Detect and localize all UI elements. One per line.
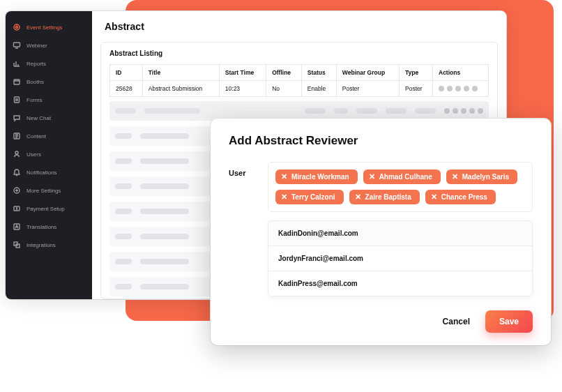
form-icon <box>13 96 21 104</box>
col-offline: Offline <box>266 65 302 81</box>
sidebar-item-content[interactable]: Content <box>6 127 92 145</box>
content-icon <box>13 132 21 140</box>
action-dot-icon[interactable] <box>464 86 469 91</box>
svg-rect-3 <box>14 80 20 84</box>
chip-label: Ahmad Culhane <box>379 173 432 181</box>
svg-rect-4 <box>15 97 20 103</box>
user-chip[interactable]: ✕Chance Press <box>425 190 496 204</box>
chip-label: Zaire Baptista <box>365 193 411 201</box>
svg-point-6 <box>15 151 18 154</box>
action-dot-icon[interactable] <box>472 86 478 91</box>
add-reviewer-modal: Add Abstract Reviewer User ✕Miracle Work… <box>211 119 551 345</box>
close-icon[interactable]: ✕ <box>431 193 437 201</box>
col-status: Status <box>301 65 336 81</box>
chip-label: Terry Calzoni <box>291 193 335 201</box>
cell-status: Enable <box>301 81 336 97</box>
sidebar-item-label: Forms <box>26 97 43 103</box>
listing-title: Abstract Listing <box>109 50 489 57</box>
sidebar-item-label: New Chat <box>26 115 51 121</box>
sidebar-item-payment-setup[interactable]: Payment Setup <box>6 199 92 218</box>
suggestion-item[interactable]: JordynFranci@email.com <box>268 246 532 271</box>
chat-icon <box>13 114 21 122</box>
sidebar-item-label: Users <box>26 151 41 158</box>
svg-point-0 <box>14 24 20 30</box>
sidebar-item-label: Translations <box>26 224 56 230</box>
chart-icon <box>13 59 21 68</box>
translate-icon <box>13 223 21 231</box>
chip-label: Miracle Workman <box>291 173 349 181</box>
sidebar-item-label: More Settings <box>26 188 61 194</box>
cell-title: Abstract Submission <box>142 81 219 97</box>
close-icon[interactable]: ✕ <box>355 193 361 201</box>
user-chip[interactable]: ✕Madelyn Saris <box>446 169 517 184</box>
cell-id: 25628 <box>110 81 143 97</box>
svg-point-1 <box>16 27 18 29</box>
sidebar-item-translations[interactable]: Translations <box>6 218 92 236</box>
chip-label: Chance Press <box>441 193 487 201</box>
users-icon <box>13 150 21 158</box>
more-icon <box>13 186 21 195</box>
save-button[interactable]: Save <box>485 310 533 333</box>
gear-icon <box>13 23 21 31</box>
user-field: User ✕Miracle Workman ✕Ahmad Culhane ✕Ma… <box>229 162 533 212</box>
col-actions: Actions <box>433 65 489 81</box>
sidebar: Event Settings Webiner Reports Booths Fo… <box>6 11 92 299</box>
sidebar-item-label: Integrations <box>26 242 56 248</box>
table-row[interactable]: 25628 Abstract Submission 10:23 No Enabl… <box>110 81 489 97</box>
modal-title: Add Abstract Reviewer <box>229 134 533 148</box>
sidebar-item-reports[interactable]: Reports <box>6 54 92 73</box>
action-buttons[interactable] <box>439 86 483 91</box>
page-title: Abstract <box>92 11 506 42</box>
sidebar-item-label: Payment Setup <box>26 206 65 212</box>
sidebar-item-users[interactable]: Users <box>6 145 92 163</box>
integrations-icon <box>13 241 21 249</box>
user-chip[interactable]: ✕Ahmad Culhane <box>363 169 441 184</box>
cell-group: Poster <box>336 81 399 97</box>
user-label: User <box>229 162 255 177</box>
user-chip[interactable]: ✕Terry Calzoni <box>275 190 344 204</box>
sidebar-item-notifications[interactable]: Notifications <box>6 163 92 181</box>
close-icon[interactable]: ✕ <box>369 173 375 181</box>
sidebar-item-label: Notifications <box>26 169 57 176</box>
action-dot-icon[interactable] <box>455 86 461 91</box>
col-id: ID <box>110 65 143 81</box>
sidebar-item-webiner[interactable]: Webiner <box>6 36 92 54</box>
abstract-table: ID Title Start Time Offline Status Webin… <box>109 64 489 97</box>
sidebar-item-forms[interactable]: Forms <box>6 91 92 109</box>
booth-icon <box>13 77 21 86</box>
sidebar-item-event-settings[interactable]: Event Settings <box>6 18 92 36</box>
cell-start: 10:23 <box>219 81 266 97</box>
close-icon[interactable]: ✕ <box>452 173 458 181</box>
sidebar-item-label: Booths <box>26 79 44 85</box>
cancel-button[interactable]: Cancel <box>439 311 474 332</box>
action-dot-icon[interactable] <box>447 86 453 91</box>
table-header-row: ID Title Start Time Offline Status Webin… <box>110 65 489 81</box>
col-group: Webinar Group <box>336 65 399 81</box>
user-chip[interactable]: ✕Miracle Workman <box>275 169 358 184</box>
chip-label: Madelyn Saris <box>462 173 509 181</box>
payment-icon <box>13 204 21 213</box>
monitor-icon <box>13 41 21 50</box>
cell-actions <box>433 81 489 97</box>
sidebar-item-label: Webiner <box>26 43 47 49</box>
user-chip-input[interactable]: ✕Miracle Workman ✕Ahmad Culhane ✕Madelyn… <box>268 162 533 212</box>
close-icon[interactable]: ✕ <box>281 193 287 201</box>
col-start: Start Time <box>219 65 266 81</box>
suggestion-item[interactable]: KadinDonin@email.com <box>268 221 532 246</box>
suggestion-list: KadinDonin@email.com JordynFranci@email.… <box>268 220 533 296</box>
sidebar-item-label: Content <box>26 133 46 140</box>
sidebar-item-integrations[interactable]: Integrations <box>6 236 92 254</box>
bell-icon <box>13 168 21 176</box>
action-dot-icon[interactable] <box>439 86 444 91</box>
sidebar-item-more-settings[interactable]: More Settings <box>6 181 92 199</box>
ghost-row <box>109 101 489 121</box>
cell-offline: No <box>266 81 302 97</box>
col-type: Type <box>400 65 433 81</box>
cell-type: Poster <box>400 81 433 97</box>
user-chip[interactable]: ✕Zaire Baptista <box>349 190 420 204</box>
sidebar-item-booths[interactable]: Booths <box>6 73 92 91</box>
close-icon[interactable]: ✕ <box>281 173 287 181</box>
modal-actions: Cancel Save <box>229 310 533 333</box>
suggestion-item[interactable]: KadinPress@email.com <box>268 271 532 296</box>
sidebar-item-new-chat[interactable]: New Chat <box>6 109 92 127</box>
